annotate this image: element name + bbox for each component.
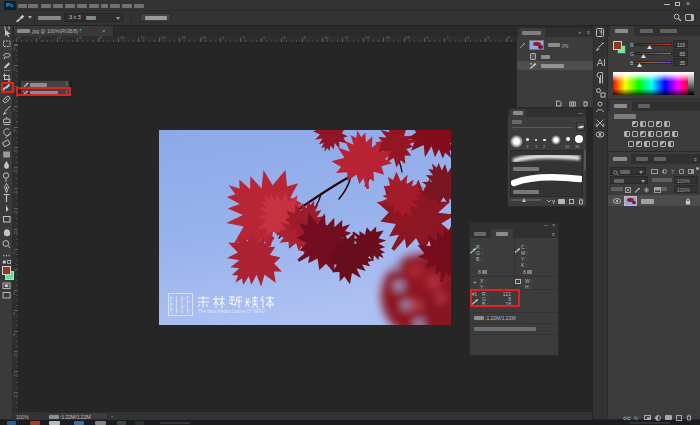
svg-text:The New Media Center Of NEFU: The New Media Center Of NEFU	[198, 309, 265, 314]
